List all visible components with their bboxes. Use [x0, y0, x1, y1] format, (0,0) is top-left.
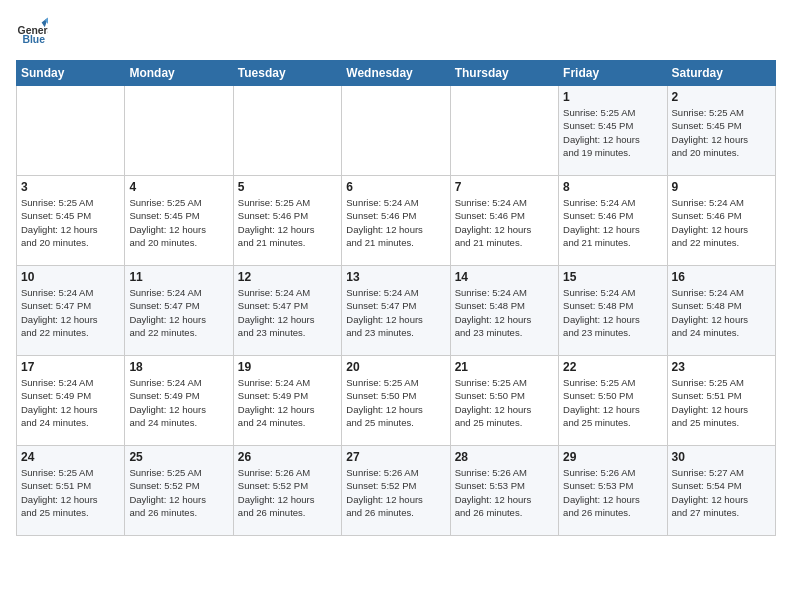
calendar-week-4: 24Sunrise: 5:25 AM Sunset: 5:51 PM Dayli…	[17, 446, 776, 536]
calendar-cell	[125, 86, 233, 176]
day-info: Sunrise: 5:24 AM Sunset: 5:47 PM Dayligh…	[238, 286, 337, 339]
calendar-cell: 14Sunrise: 5:24 AM Sunset: 5:48 PM Dayli…	[450, 266, 558, 356]
day-info: Sunrise: 5:26 AM Sunset: 5:52 PM Dayligh…	[238, 466, 337, 519]
day-number: 14	[455, 270, 554, 284]
day-number: 8	[563, 180, 662, 194]
calendar-cell: 12Sunrise: 5:24 AM Sunset: 5:47 PM Dayli…	[233, 266, 341, 356]
day-info: Sunrise: 5:25 AM Sunset: 5:46 PM Dayligh…	[238, 196, 337, 249]
calendar-cell: 30Sunrise: 5:27 AM Sunset: 5:54 PM Dayli…	[667, 446, 775, 536]
day-number: 2	[672, 90, 771, 104]
day-number: 15	[563, 270, 662, 284]
calendar-cell: 13Sunrise: 5:24 AM Sunset: 5:47 PM Dayli…	[342, 266, 450, 356]
day-number: 23	[672, 360, 771, 374]
day-info: Sunrise: 5:24 AM Sunset: 5:47 PM Dayligh…	[346, 286, 445, 339]
calendar-cell: 28Sunrise: 5:26 AM Sunset: 5:53 PM Dayli…	[450, 446, 558, 536]
calendar-header: SundayMondayTuesdayWednesdayThursdayFrid…	[17, 61, 776, 86]
day-info: Sunrise: 5:24 AM Sunset: 5:48 PM Dayligh…	[563, 286, 662, 339]
day-number: 12	[238, 270, 337, 284]
day-info: Sunrise: 5:26 AM Sunset: 5:53 PM Dayligh…	[563, 466, 662, 519]
day-number: 21	[455, 360, 554, 374]
day-number: 26	[238, 450, 337, 464]
day-number: 7	[455, 180, 554, 194]
day-info: Sunrise: 5:25 AM Sunset: 5:52 PM Dayligh…	[129, 466, 228, 519]
calendar-cell: 10Sunrise: 5:24 AM Sunset: 5:47 PM Dayli…	[17, 266, 125, 356]
day-info: Sunrise: 5:24 AM Sunset: 5:49 PM Dayligh…	[129, 376, 228, 429]
calendar-cell: 16Sunrise: 5:24 AM Sunset: 5:48 PM Dayli…	[667, 266, 775, 356]
day-info: Sunrise: 5:25 AM Sunset: 5:45 PM Dayligh…	[21, 196, 120, 249]
weekday-header-saturday: Saturday	[667, 61, 775, 86]
day-number: 6	[346, 180, 445, 194]
calendar-cell: 19Sunrise: 5:24 AM Sunset: 5:49 PM Dayli…	[233, 356, 341, 446]
calendar-cell: 21Sunrise: 5:25 AM Sunset: 5:50 PM Dayli…	[450, 356, 558, 446]
day-info: Sunrise: 5:24 AM Sunset: 5:46 PM Dayligh…	[563, 196, 662, 249]
calendar-body: 1Sunrise: 5:25 AM Sunset: 5:45 PM Daylig…	[17, 86, 776, 536]
weekday-header-thursday: Thursday	[450, 61, 558, 86]
day-number: 13	[346, 270, 445, 284]
day-number: 4	[129, 180, 228, 194]
calendar-cell: 4Sunrise: 5:25 AM Sunset: 5:45 PM Daylig…	[125, 176, 233, 266]
day-info: Sunrise: 5:24 AM Sunset: 5:46 PM Dayligh…	[346, 196, 445, 249]
calendar-week-1: 3Sunrise: 5:25 AM Sunset: 5:45 PM Daylig…	[17, 176, 776, 266]
day-info: Sunrise: 5:24 AM Sunset: 5:48 PM Dayligh…	[455, 286, 554, 339]
weekday-header-tuesday: Tuesday	[233, 61, 341, 86]
day-info: Sunrise: 5:25 AM Sunset: 5:45 PM Dayligh…	[129, 196, 228, 249]
day-info: Sunrise: 5:24 AM Sunset: 5:46 PM Dayligh…	[455, 196, 554, 249]
day-info: Sunrise: 5:25 AM Sunset: 5:50 PM Dayligh…	[455, 376, 554, 429]
logo: General Blue	[16, 16, 52, 48]
calendar-week-3: 17Sunrise: 5:24 AM Sunset: 5:49 PM Dayli…	[17, 356, 776, 446]
calendar-cell: 1Sunrise: 5:25 AM Sunset: 5:45 PM Daylig…	[559, 86, 667, 176]
page-header: General Blue	[16, 16, 776, 48]
calendar-cell: 2Sunrise: 5:25 AM Sunset: 5:45 PM Daylig…	[667, 86, 775, 176]
day-number: 20	[346, 360, 445, 374]
calendar-cell: 26Sunrise: 5:26 AM Sunset: 5:52 PM Dayli…	[233, 446, 341, 536]
calendar-cell	[450, 86, 558, 176]
day-number: 19	[238, 360, 337, 374]
day-info: Sunrise: 5:25 AM Sunset: 5:51 PM Dayligh…	[672, 376, 771, 429]
weekday-header-sunday: Sunday	[17, 61, 125, 86]
day-info: Sunrise: 5:24 AM Sunset: 5:48 PM Dayligh…	[672, 286, 771, 339]
day-number: 11	[129, 270, 228, 284]
day-number: 29	[563, 450, 662, 464]
weekday-header-monday: Monday	[125, 61, 233, 86]
day-number: 25	[129, 450, 228, 464]
calendar-cell: 3Sunrise: 5:25 AM Sunset: 5:45 PM Daylig…	[17, 176, 125, 266]
day-info: Sunrise: 5:24 AM Sunset: 5:47 PM Dayligh…	[129, 286, 228, 339]
day-info: Sunrise: 5:27 AM Sunset: 5:54 PM Dayligh…	[672, 466, 771, 519]
day-number: 24	[21, 450, 120, 464]
day-number: 3	[21, 180, 120, 194]
day-number: 5	[238, 180, 337, 194]
day-info: Sunrise: 5:26 AM Sunset: 5:53 PM Dayligh…	[455, 466, 554, 519]
calendar-cell: 20Sunrise: 5:25 AM Sunset: 5:50 PM Dayli…	[342, 356, 450, 446]
day-number: 22	[563, 360, 662, 374]
day-info: Sunrise: 5:24 AM Sunset: 5:46 PM Dayligh…	[672, 196, 771, 249]
weekday-header-wednesday: Wednesday	[342, 61, 450, 86]
calendar-cell: 17Sunrise: 5:24 AM Sunset: 5:49 PM Dayli…	[17, 356, 125, 446]
day-number: 18	[129, 360, 228, 374]
day-info: Sunrise: 5:25 AM Sunset: 5:51 PM Dayligh…	[21, 466, 120, 519]
day-number: 9	[672, 180, 771, 194]
calendar-cell: 15Sunrise: 5:24 AM Sunset: 5:48 PM Dayli…	[559, 266, 667, 356]
calendar-cell: 24Sunrise: 5:25 AM Sunset: 5:51 PM Dayli…	[17, 446, 125, 536]
weekday-header-friday: Friday	[559, 61, 667, 86]
calendar-cell: 18Sunrise: 5:24 AM Sunset: 5:49 PM Dayli…	[125, 356, 233, 446]
logo-icon: General Blue	[16, 16, 48, 48]
day-info: Sunrise: 5:25 AM Sunset: 5:50 PM Dayligh…	[563, 376, 662, 429]
day-info: Sunrise: 5:24 AM Sunset: 5:49 PM Dayligh…	[21, 376, 120, 429]
calendar-cell	[233, 86, 341, 176]
calendar-cell: 11Sunrise: 5:24 AM Sunset: 5:47 PM Dayli…	[125, 266, 233, 356]
day-number: 1	[563, 90, 662, 104]
day-info: Sunrise: 5:25 AM Sunset: 5:45 PM Dayligh…	[672, 106, 771, 159]
day-info: Sunrise: 5:25 AM Sunset: 5:50 PM Dayligh…	[346, 376, 445, 429]
calendar-cell: 6Sunrise: 5:24 AM Sunset: 5:46 PM Daylig…	[342, 176, 450, 266]
day-number: 28	[455, 450, 554, 464]
day-number: 17	[21, 360, 120, 374]
calendar-cell: 8Sunrise: 5:24 AM Sunset: 5:46 PM Daylig…	[559, 176, 667, 266]
day-info: Sunrise: 5:25 AM Sunset: 5:45 PM Dayligh…	[563, 106, 662, 159]
calendar-cell: 9Sunrise: 5:24 AM Sunset: 5:46 PM Daylig…	[667, 176, 775, 266]
day-number: 27	[346, 450, 445, 464]
calendar-cell	[17, 86, 125, 176]
day-info: Sunrise: 5:26 AM Sunset: 5:52 PM Dayligh…	[346, 466, 445, 519]
calendar-cell: 5Sunrise: 5:25 AM Sunset: 5:46 PM Daylig…	[233, 176, 341, 266]
calendar-cell: 23Sunrise: 5:25 AM Sunset: 5:51 PM Dayli…	[667, 356, 775, 446]
svg-text:Blue: Blue	[22, 34, 45, 45]
